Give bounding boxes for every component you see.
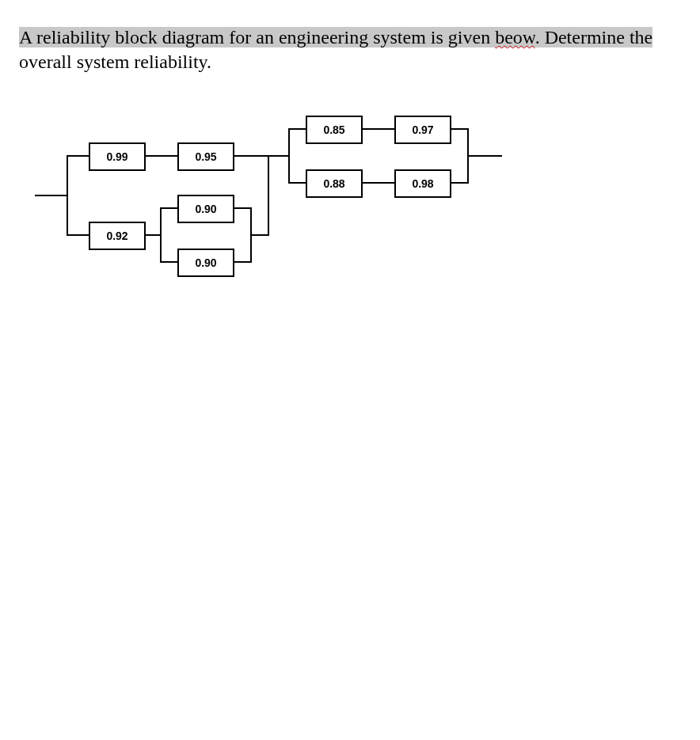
block-097: 0.97	[394, 116, 451, 144]
highlight-line-1b: . Determine the	[535, 27, 653, 47]
wire-090a-out	[233, 207, 250, 209]
wire-098-out	[450, 182, 467, 184]
page: A reliability block diagram for an engin…	[0, 0, 700, 740]
block-090b: 0.90	[177, 249, 234, 277]
wire-left-merge	[268, 155, 269, 236]
block-090a: 0.90	[177, 195, 234, 223]
wire-085-to-097	[361, 128, 394, 130]
problem-statement: A reliability block diagram for an engin…	[19, 25, 681, 74]
block-095: 0.95	[177, 142, 234, 171]
wire-exit	[467, 155, 502, 157]
wire-099-to-095	[144, 155, 177, 157]
block-099: 0.99	[89, 142, 146, 171]
wire-to-092	[67, 234, 89, 236]
wire-095-out	[233, 155, 268, 157]
wire-090b-out	[233, 261, 250, 263]
block-092: 0.92	[89, 222, 146, 250]
wire-entry	[35, 195, 67, 196]
wire-right-fork	[288, 128, 290, 184]
wire-inner-fork-left	[160, 207, 162, 263]
wire-to-090a	[160, 207, 177, 209]
typo-squiggle: beow	[495, 27, 535, 47]
wire-to-099	[67, 155, 89, 157]
wire-092-out	[144, 234, 160, 236]
wire-left-to-right	[268, 155, 288, 157]
wire-inner-to-outer	[250, 234, 268, 236]
reliability-block-diagram: 0.99 0.95 0.92 0.90 0.90 0.85 0.97	[19, 92, 526, 298]
line-2: overall system reliability.	[19, 51, 211, 72]
wire-088-to-098	[361, 182, 394, 184]
block-098: 0.98	[394, 169, 451, 198]
wire-097-out	[450, 128, 467, 130]
wire-entry-fork	[67, 155, 68, 236]
wire-to-085	[288, 128, 306, 130]
block-088: 0.88	[306, 169, 363, 198]
highlight-line-1a: A reliability block diagram for an engin…	[19, 27, 495, 47]
block-085: 0.85	[306, 116, 363, 144]
wire-to-090b	[160, 261, 177, 263]
wire-to-088	[288, 182, 306, 184]
